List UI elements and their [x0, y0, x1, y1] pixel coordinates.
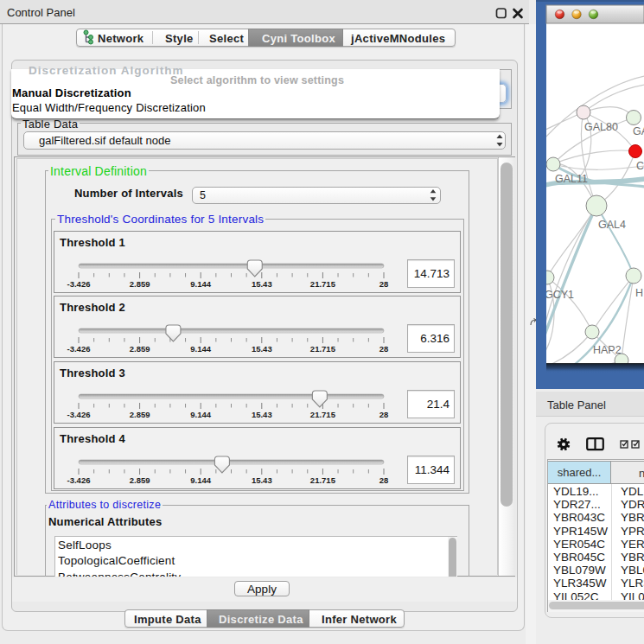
svg-text:15.43: 15.43	[252, 475, 272, 485]
svg-text:-3.426: -3.426	[67, 344, 91, 354]
svg-text:2.859: 2.859	[130, 279, 150, 289]
svg-text:21.715: 21.715	[310, 475, 336, 485]
svg-text:2.859: 2.859	[130, 344, 150, 354]
svg-text:GAL80: GAL80	[584, 121, 618, 133]
svg-text:GAL11: GAL11	[555, 173, 588, 185]
svg-text:H: H	[635, 287, 643, 299]
svg-text:15.43: 15.43	[252, 279, 272, 289]
svg-text:21.715: 21.715	[310, 279, 336, 289]
svg-text:GAL4: GAL4	[598, 219, 626, 231]
svg-text:28: 28	[379, 344, 389, 354]
svg-text:9.144: 9.144	[190, 410, 211, 419]
svg-text:15.43: 15.43	[252, 410, 272, 419]
svg-text:15.43: 15.43	[252, 344, 272, 354]
svg-text:9.144: 9.144	[190, 344, 211, 354]
svg-text:GCY1: GCY1	[545, 289, 574, 301]
svg-text:GA: GA	[633, 125, 644, 137]
svg-text:2.859: 2.859	[130, 410, 150, 419]
svg-text:-3.426: -3.426	[67, 475, 91, 485]
svg-text:2.859: 2.859	[130, 475, 150, 485]
svg-text:28: 28	[379, 279, 389, 289]
svg-text:9.144: 9.144	[190, 279, 211, 289]
svg-text:-3.426: -3.426	[67, 410, 91, 419]
svg-text:28: 28	[379, 475, 389, 485]
svg-text:28: 28	[379, 410, 389, 419]
svg-text:9.144: 9.144	[190, 475, 211, 485]
svg-text:-3.426: -3.426	[67, 279, 91, 289]
svg-text:21.715: 21.715	[310, 410, 336, 419]
svg-text:21.715: 21.715	[310, 344, 336, 354]
svg-text:HAP2: HAP2	[593, 344, 622, 356]
svg-text:C: C	[636, 160, 644, 172]
